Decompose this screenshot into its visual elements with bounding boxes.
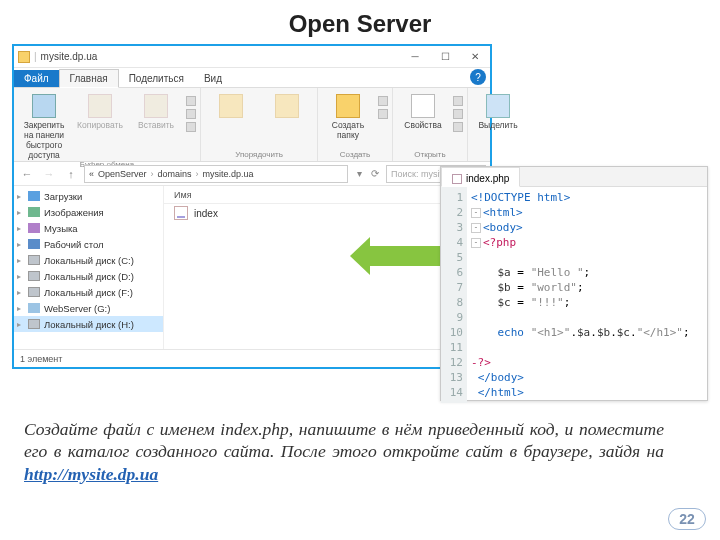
- group-new-label: Создать: [340, 150, 370, 161]
- move-to-button[interactable]: [205, 94, 257, 120]
- pin-icon: [32, 94, 56, 118]
- ribbon-tabs: Файл Главная Поделиться Вид ?: [14, 68, 490, 88]
- paste-button[interactable]: Вставить: [130, 94, 182, 130]
- maximize-button[interactable]: ☐: [430, 46, 460, 68]
- sidebar-item-label: Музыка: [44, 223, 78, 234]
- code-editor: index.php 1234567891011121314 <!DOCTYPE …: [440, 166, 708, 401]
- edit-icon: [453, 109, 463, 119]
- drive-icon: [28, 287, 40, 297]
- copy-icon: [88, 94, 112, 118]
- drive-icon: [28, 191, 40, 201]
- copy-button[interactable]: Копировать: [74, 94, 126, 130]
- back-button[interactable]: ←: [18, 165, 36, 183]
- select-icon: [486, 94, 510, 118]
- line-gutter: 1234567891011121314: [441, 187, 467, 403]
- drive-icon: [28, 207, 40, 217]
- drive-icon: [28, 255, 40, 265]
- drive-icon: [28, 223, 40, 233]
- new-item-icon: [378, 96, 388, 106]
- breadcrumb-item[interactable]: mysite.dp.ua: [203, 169, 254, 179]
- filename-text: index.php: [220, 419, 289, 439]
- page-number: 22: [668, 508, 706, 530]
- php-file-icon: [452, 174, 462, 184]
- cut-icon: [186, 96, 196, 106]
- paste-icon: [144, 94, 168, 118]
- copy-path-icon: [186, 109, 196, 119]
- history-icon: [453, 122, 463, 132]
- copy-to-icon: [275, 94, 299, 118]
- sidebar-item-label: Локальный диск (H:): [44, 319, 134, 330]
- ribbon: Закрепить на панели быстрого доступа Коп…: [14, 88, 490, 162]
- sidebar-item[interactable]: ▸Изображения: [14, 204, 163, 220]
- editor-tab-label: index.php: [466, 173, 509, 184]
- address-bar: ← → ↑ « OpenServer › domains › mysite.dp…: [14, 162, 490, 186]
- tab-share[interactable]: Поделиться: [119, 70, 194, 87]
- folder-icon: [18, 51, 30, 63]
- explorer-window: | mysite.dp.ua ─ ☐ ✕ Файл Главная Подели…: [12, 44, 492, 369]
- status-text: 1 элемент: [20, 354, 62, 364]
- sidebar-item-label: Изображения: [44, 207, 104, 218]
- breadcrumb-root: «: [89, 169, 94, 179]
- tab-view[interactable]: Вид: [194, 70, 232, 87]
- drive-icon: [28, 239, 40, 249]
- history-button[interactable]: [453, 122, 463, 132]
- php-file-icon: [174, 206, 188, 220]
- refresh-icon[interactable]: ⟳: [368, 167, 382, 181]
- slide-title: Open Server: [0, 0, 720, 44]
- open-icon: [453, 96, 463, 106]
- copy-path-button[interactable]: [186, 109, 196, 119]
- up-button[interactable]: ↑: [62, 165, 80, 183]
- instruction-text: Создайте файл с именем index.php, напиши…: [24, 418, 664, 485]
- copy-to-button[interactable]: [261, 94, 313, 120]
- file-name: index: [194, 208, 218, 219]
- chevron-right-icon: ›: [196, 169, 199, 179]
- sidebar-item[interactable]: ▸Локальный диск (C:): [14, 252, 163, 268]
- breadcrumb-item[interactable]: domains: [158, 169, 192, 179]
- sidebar-item-label: Рабочий стол: [44, 239, 104, 250]
- sidebar-item-label: Локальный диск (C:): [44, 255, 134, 266]
- sidebar-item-label: WebServer (G:): [44, 303, 110, 314]
- help-icon[interactable]: ?: [470, 69, 486, 85]
- status-bar: 1 элемент: [14, 349, 490, 367]
- edit-button[interactable]: [453, 109, 463, 119]
- minimize-button[interactable]: ─: [400, 46, 430, 68]
- chevron-right-icon: ›: [151, 169, 154, 179]
- code-source[interactable]: <!DOCTYPE html>-<html>-<body>-<?php $a =…: [467, 187, 694, 403]
- drive-icon: [28, 271, 40, 281]
- shortcut-icon: [186, 122, 196, 132]
- open-button[interactable]: [453, 96, 463, 106]
- close-button[interactable]: ✕: [460, 46, 490, 68]
- select-button[interactable]: Выделить: [472, 94, 524, 130]
- titlebar: | mysite.dp.ua ─ ☐ ✕: [14, 46, 490, 68]
- new-folder-icon: [336, 94, 360, 118]
- sidebar-item-label: Загрузки: [44, 191, 82, 202]
- site-link[interactable]: http://mysite.dp.ua: [24, 464, 158, 484]
- properties-button[interactable]: Свойства: [397, 94, 449, 130]
- cut-button[interactable]: [186, 96, 196, 106]
- group-organize-label: Упорядочить: [235, 150, 283, 161]
- new-folder-button[interactable]: Создать папку: [322, 94, 374, 140]
- sidebar-item[interactable]: ▸Локальный диск (F:): [14, 284, 163, 300]
- move-icon: [219, 94, 243, 118]
- sidebar-item-label: Локальный диск (F:): [44, 287, 133, 298]
- sidebar-item[interactable]: ▸WebServer (G:): [14, 300, 163, 316]
- paste-shortcut-button[interactable]: [186, 122, 196, 132]
- drive-icon: [28, 303, 40, 313]
- sidebar-item[interactable]: ▸Рабочий стол: [14, 236, 163, 252]
- forward-button[interactable]: →: [40, 165, 58, 183]
- breadcrumb[interactable]: « OpenServer › domains › mysite.dp.ua: [84, 165, 348, 183]
- new-item-button[interactable]: [378, 96, 388, 106]
- tab-home[interactable]: Главная: [59, 69, 119, 88]
- sidebar-item[interactable]: ▸Локальный диск (H:): [14, 316, 163, 332]
- dropdown-icon[interactable]: ▾: [352, 167, 366, 181]
- editor-tab[interactable]: index.php: [441, 167, 520, 187]
- sidebar-item[interactable]: ▸Музыка: [14, 220, 163, 236]
- sidebar-item[interactable]: ▸Локальный диск (D:): [14, 268, 163, 284]
- properties-icon: [411, 94, 435, 118]
- group-open-label: Открыть: [414, 150, 445, 161]
- breadcrumb-item[interactable]: OpenServer: [98, 169, 147, 179]
- sidebar-item[interactable]: ▸Загрузки: [14, 188, 163, 204]
- easy-access-button[interactable]: [378, 109, 388, 119]
- pin-quick-access-button[interactable]: Закрепить на панели быстрого доступа: [18, 94, 70, 160]
- tab-file[interactable]: Файл: [14, 70, 59, 87]
